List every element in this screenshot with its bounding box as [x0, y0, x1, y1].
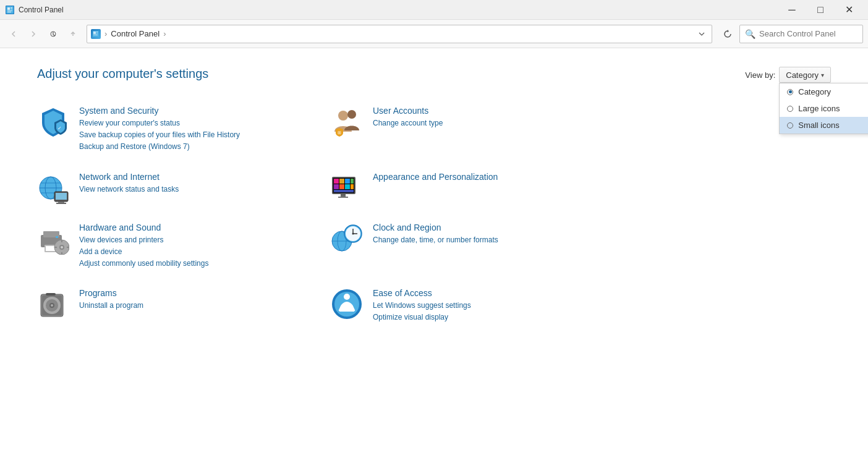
app-icon — [5, 5, 15, 15]
link-system-security-0[interactable]: Review your computer's status — [79, 117, 240, 129]
svg-rect-2 — [7, 7, 10, 10]
svg-point-15 — [347, 110, 356, 119]
text-clock-region: Clock and Region Change date, time, or n… — [373, 223, 498, 246]
radio-large-icons — [787, 106, 793, 112]
forward-button[interactable] — [25, 25, 42, 43]
search-input[interactable] — [759, 29, 857, 38]
link-clock-region-0[interactable]: Change date, time, or number formats — [373, 234, 498, 246]
item-programs: Programs Uninstall a program — [37, 288, 331, 323]
title-ease-access[interactable]: Ease of Access — [373, 288, 471, 298]
title-user-accounts[interactable]: User Accounts — [373, 106, 443, 116]
svg-rect-33 — [339, 184, 344, 189]
svg-point-64 — [51, 304, 53, 307]
text-hardware-sound: Hardware and Sound View devices and prin… — [79, 223, 208, 270]
dropdown-item-small-icons[interactable]: Small icons — [780, 117, 868, 134]
title-network-internet[interactable]: Network and Internet — [79, 172, 179, 182]
svg-rect-29 — [339, 179, 344, 184]
svg-rect-37 — [341, 194, 346, 197]
link-system-security-2[interactable]: Backup and Restore (Windows 7) — [79, 141, 240, 153]
title-bar: Control Panel ─ □ ✕ — [0, 0, 868, 20]
nav-bar: › Control Panel › 🔍 — [0, 20, 868, 48]
icon-ease-access — [331, 288, 363, 320]
icon-clock-region — [331, 223, 363, 255]
svg-rect-50 — [67, 247, 69, 248]
view-by-container: View by: Category ▾ Category Large icons… — [745, 67, 831, 83]
svg-rect-24 — [58, 202, 64, 203]
maximize-button[interactable]: □ — [806, 0, 835, 20]
svg-text:✓: ✓ — [57, 125, 62, 131]
search-box: 🔍 — [739, 25, 863, 43]
svg-rect-9 — [93, 32, 96, 34]
svg-rect-38 — [338, 197, 348, 198]
refresh-button[interactable] — [718, 25, 737, 43]
svg-rect-48 — [61, 252, 62, 255]
title-system-security[interactable]: System and Security — [79, 106, 240, 116]
dropdown-item-category[interactable]: Category — [780, 83, 868, 100]
view-by-button[interactable]: Category ▾ — [779, 67, 831, 83]
dropdown-arrow-icon: ▾ — [821, 72, 824, 79]
svg-rect-12 — [93, 35, 98, 35]
icon-user-accounts: ⊞ — [331, 106, 363, 138]
link-hardware-sound-1[interactable]: Add a device — [79, 246, 208, 258]
search-icon: 🔍 — [745, 29, 755, 39]
link-ease-access-1[interactable]: Optimize visual display — [373, 312, 471, 323]
link-programs-0[interactable]: Uninstall a program — [79, 300, 143, 312]
title-appearance[interactable]: Appearance and Personalization — [373, 172, 498, 182]
svg-rect-10 — [96, 32, 98, 32]
svg-rect-4 — [11, 9, 12, 9]
icon-programs — [37, 288, 69, 320]
svg-point-58 — [352, 232, 354, 234]
svg-rect-28 — [334, 179, 339, 184]
address-separator: › — [104, 29, 107, 38]
svg-rect-47 — [61, 240, 62, 242]
address-separator2: › — [163, 29, 166, 38]
icon-hardware-sound — [37, 223, 69, 255]
svg-rect-23 — [56, 193, 67, 200]
link-system-security-1[interactable]: Save backup copies of your files with Fi… — [79, 129, 240, 141]
icon-system-security: ✓ — [37, 106, 69, 138]
item-ease-access: Ease of Access Let Windows suggest setti… — [331, 288, 624, 323]
svg-rect-5 — [7, 11, 12, 11]
minimize-button[interactable]: ─ — [778, 0, 806, 20]
text-network-internet: Network and Internet View network status… — [79, 172, 179, 195]
title-clock-region[interactable]: Clock and Region — [373, 223, 498, 232]
svg-point-46 — [61, 246, 63, 249]
svg-rect-31 — [351, 179, 354, 184]
up-button[interactable] — [64, 25, 82, 43]
back-button[interactable] — [5, 25, 22, 43]
svg-point-14 — [338, 111, 348, 121]
page-title: Adjust your computer's settings — [37, 67, 831, 81]
recent-button[interactable] — [45, 25, 62, 43]
items-grid: ✓ System and Security Review your comput… — [37, 106, 624, 324]
address-dropdown-button[interactable] — [696, 28, 708, 40]
svg-rect-34 — [345, 184, 350, 189]
window-controls: ─ □ ✕ — [778, 0, 863, 20]
svg-rect-3 — [11, 7, 12, 8]
svg-rect-11 — [96, 33, 98, 33]
svg-rect-35 — [351, 184, 354, 189]
link-hardware-sound-2[interactable]: Adjust commonly used mobility settings — [79, 258, 208, 270]
close-button[interactable]: ✕ — [835, 0, 863, 20]
radio-small-icons — [787, 122, 793, 129]
dropdown-item-large-icons[interactable]: Large icons — [780, 100, 868, 117]
svg-rect-25 — [56, 203, 66, 204]
item-hardware-sound: Hardware and Sound View devices and prin… — [37, 223, 331, 270]
text-appearance: Appearance and Personalization — [373, 172, 498, 184]
link-network-internet-0[interactable]: View network status and tasks — [79, 184, 179, 195]
link-hardware-sound-0[interactable]: View devices and printers — [79, 234, 208, 246]
title-hardware-sound[interactable]: Hardware and Sound — [79, 223, 208, 232]
window-title: Control Panel — [19, 6, 778, 14]
svg-rect-65 — [46, 293, 56, 296]
text-programs: Programs Uninstall a program — [79, 288, 143, 312]
radio-category — [787, 89, 793, 95]
svg-rect-30 — [345, 179, 350, 184]
view-by-current: Category — [786, 70, 819, 80]
link-ease-access-0[interactable]: Let Windows suggest settings — [373, 300, 471, 312]
title-programs[interactable]: Programs — [79, 288, 143, 298]
address-bar[interactable]: › Control Panel › — [87, 25, 712, 43]
item-network-internet: Network and Internet View network status… — [37, 172, 331, 204]
view-by-menu: Category Large icons Small icons — [779, 83, 868, 134]
link-user-accounts-0[interactable]: Change account type — [373, 117, 443, 129]
svg-rect-49 — [54, 247, 57, 248]
item-appearance: Appearance and Personalization — [331, 172, 624, 204]
